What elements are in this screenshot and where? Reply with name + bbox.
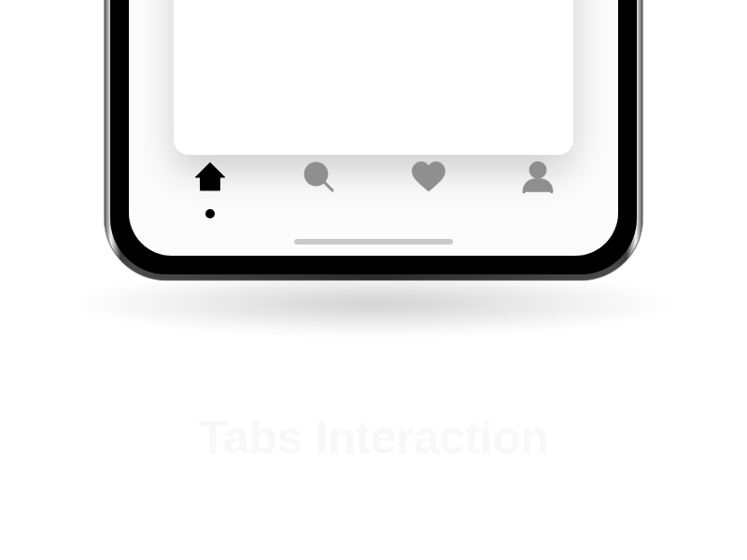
phone-frame — [105, 0, 642, 280]
svg-point-2 — [530, 162, 545, 177]
active-tab-indicator-dot — [205, 209, 215, 218]
page-title: Tabs Interaction — [0, 411, 747, 465]
search-icon — [300, 158, 339, 197]
content-card — [174, 0, 573, 155]
floor-shadow — [75, 271, 672, 336]
tab-likes[interactable] — [399, 147, 458, 207]
ios-home-indicator[interactable] — [294, 239, 453, 245]
tab-profile[interactable] — [508, 147, 568, 207]
person-icon — [518, 158, 557, 197]
phone-screen — [129, 0, 618, 256]
tab-search[interactable] — [289, 147, 349, 207]
svg-line-1 — [324, 182, 332, 190]
bottom-tab-bar — [129, 138, 618, 217]
heart-icon — [409, 158, 448, 197]
tab-home[interactable] — [180, 147, 240, 207]
phone-inner-frame — [110, 0, 637, 274]
home-icon — [190, 158, 230, 197]
